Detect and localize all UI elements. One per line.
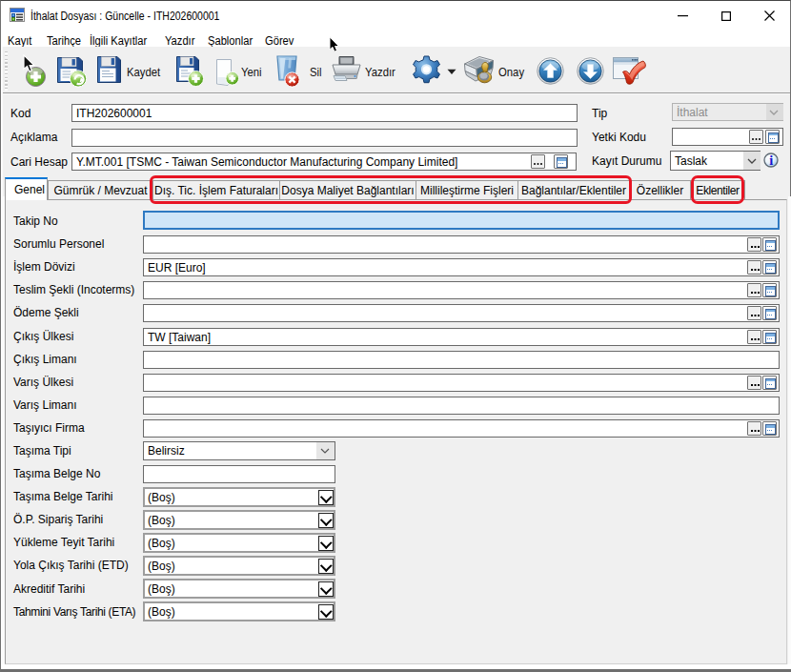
svg-text:i: i <box>769 153 773 168</box>
